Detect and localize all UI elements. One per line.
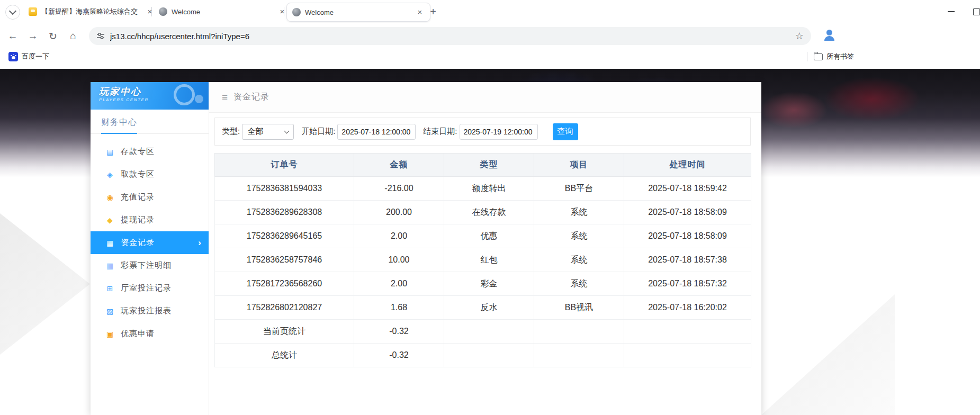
table-cell: 1752817236568260 <box>215 272 354 296</box>
browser-window: 【新提醒】海燕策略论坛综合交 × Welcome × Welcome × + ←… <box>0 0 980 415</box>
sidebar-item-label: 玩家投注报表 <box>121 306 172 316</box>
tab-1[interactable]: 【新提醒】海燕策略论坛综合交 × <box>23 3 160 21</box>
globe-icon <box>159 7 167 16</box>
all-bookmarks-folder[interactable]: 所有书签 <box>807 50 854 63</box>
table-cell: 10.00 <box>354 248 444 272</box>
sidebar-item-player-bet-report[interactable]: ▨玩家投注报表 <box>91 300 209 322</box>
recharge-icon: ◉ <box>105 193 115 202</box>
tab-separator <box>151 7 152 16</box>
globe-icon <box>292 8 301 16</box>
table-cell: 系统 <box>534 248 624 272</box>
type-select-value: 全部 <box>247 127 263 137</box>
reload-button[interactable]: ↻ <box>44 28 61 44</box>
table-cell: 2025-07-18 18:58:09 <box>624 201 751 224</box>
end-date-label: 结束日期: <box>423 127 457 137</box>
profile-avatar[interactable] <box>822 28 837 43</box>
table-row: 1752836289628308200.00在线存款系统2025-07-18 1… <box>215 201 751 224</box>
table-cell: 系统 <box>534 272 624 296</box>
close-icon[interactable]: × <box>415 7 425 17</box>
table-row: 17528268021208271.68反水BB视讯2025-07-18 16:… <box>215 296 751 320</box>
lottery-icon: ▥ <box>105 261 115 270</box>
back-button[interactable]: ← <box>4 28 21 44</box>
sidebar-item-funds-records[interactable]: ▦资金记录› <box>91 231 209 254</box>
sidebar-item-label: 存款专区 <box>121 147 155 157</box>
maximize-icon <box>973 8 980 15</box>
table-cell: 当前页统计 <box>215 320 354 344</box>
col-amount: 金额 <box>354 154 444 177</box>
start-date-input[interactable] <box>337 124 416 140</box>
sidebar-item-label: 取款专区 <box>121 169 155 179</box>
main-content: ≡ 资金记录 类型: 全部 开始日期: 结束日期: 查询 <box>209 82 761 415</box>
sidebar-item-label: 资金记录 <box>121 238 155 248</box>
chevron-down-icon <box>284 128 290 133</box>
tab-2[interactable]: Welcome × <box>154 3 292 21</box>
sidebar-item-label: 彩票下注明细 <box>121 260 172 270</box>
url-bar[interactable]: js13.cc/hhcp/usercenter.html?iniType=6 ☆ <box>89 27 811 45</box>
table-cell: 额度转出 <box>444 177 534 201</box>
filter-bar: 类型: 全部 开始日期: 结束日期: 查询 <box>214 118 751 146</box>
report-icon: ▨ <box>105 307 115 315</box>
maximize-button[interactable] <box>965 0 980 23</box>
sidebar-item-lottery-bet-details[interactable]: ▥彩票下注明细 <box>91 254 209 277</box>
page-title: 资金记录 <box>233 92 269 103</box>
bookmark-star-icon[interactable]: ☆ <box>795 30 804 42</box>
menu-icon: ≡ <box>222 92 228 103</box>
table-cell: BB平台 <box>534 177 624 201</box>
end-date-input[interactable] <box>460 124 538 140</box>
minimize-icon <box>948 11 955 12</box>
table-cell: BB视讯 <box>534 296 624 320</box>
sidebar-item-withdraw-zone[interactable]: ◈取款专区 <box>91 163 209 186</box>
sidebar-item-cashout-records[interactable]: ◆提现记录 <box>91 209 209 231</box>
navigation-bar: ← → ↻ ⌂ js13.cc/hhcp/usercenter.html?ini… <box>0 23 980 48</box>
table-cell <box>444 320 534 344</box>
table-cell <box>624 320 751 344</box>
sidebar-item-label: 提现记录 <box>121 215 155 225</box>
forward-button[interactable]: → <box>24 28 41 44</box>
bookmark-baidu[interactable]: 百度一下 <box>5 50 52 63</box>
tab-search-button[interactable] <box>5 5 20 20</box>
sidebar: 玩家中心 PLAYERS CENTER 财务中心 ▤存款专区◈取款专区◉充值记录… <box>91 82 209 415</box>
sidebar-item-promo-apply[interactable]: ▣优惠申请 <box>91 322 209 345</box>
table-cell: 2025-07-18 18:58:09 <box>624 224 751 248</box>
table-cell <box>534 320 624 344</box>
table-cell: 2025-07-18 18:57:38 <box>624 248 751 272</box>
folder-icon <box>814 53 823 60</box>
table-cell <box>444 344 534 367</box>
sidebar-item-deposit-zone[interactable]: ▤存款专区 <box>91 140 209 163</box>
tab-title: Welcome <box>305 8 411 16</box>
all-bookmarks-label: 所有书签 <box>826 52 854 61</box>
table-cell: 1752836381594033 <box>215 177 354 201</box>
new-tab-button[interactable]: + <box>426 4 440 19</box>
deposit-icon: ▤ <box>105 148 115 156</box>
tab-3-active[interactable]: Welcome × <box>286 3 430 22</box>
table-cell: 1752836258757846 <box>215 248 354 272</box>
col-time: 处理时间 <box>624 154 751 177</box>
table-cell: 总统计 <box>215 344 354 367</box>
breadcrumb: ≡ 资金记录 <box>209 82 761 113</box>
col-order-id: 订单号 <box>215 154 354 177</box>
table-cell <box>624 344 751 367</box>
sidebar-item-hall-bet-records[interactable]: ⊞厅室投注记录 <box>91 277 209 300</box>
table-cell: -0.32 <box>354 344 444 367</box>
home-button[interactable]: ⌂ <box>65 28 82 44</box>
col-type: 类型 <box>444 154 534 177</box>
table-header-row: 订单号 金额 类型 项目 处理时间 <box>215 154 751 177</box>
search-button[interactable]: 查询 <box>553 123 578 140</box>
sidebar-item-recharge-records[interactable]: ◉充值记录 <box>91 186 209 209</box>
site-settings-icon[interactable] <box>96 32 105 40</box>
sidebar-header: 玩家中心 PLAYERS CENTER <box>91 82 209 110</box>
type-select[interactable]: 全部 <box>242 124 294 140</box>
table-header: 订单号 金额 类型 项目 处理时间 <box>215 154 751 177</box>
player-center-panel: 玩家中心 PLAYERS CENTER 财务中心 ▤存款专区◈取款专区◉充值记录… <box>91 82 761 415</box>
funds-table: 订单号 金额 类型 项目 处理时间 1752836381594033-216.0… <box>214 153 751 367</box>
table-cell: 2.00 <box>354 224 444 248</box>
close-icon[interactable]: × <box>277 7 287 16</box>
sidebar-item-label: 充值记录 <box>121 192 155 202</box>
start-date-label: 开始日期: <box>301 127 335 137</box>
tab-separator <box>284 7 284 16</box>
table-cell: 2025-07-18 18:57:32 <box>624 272 751 296</box>
cashout-icon: ◆ <box>105 216 115 224</box>
minimize-button[interactable] <box>939 0 963 23</box>
table-cell: 优惠 <box>444 224 534 248</box>
table-cell: 1752826802120827 <box>215 296 354 320</box>
